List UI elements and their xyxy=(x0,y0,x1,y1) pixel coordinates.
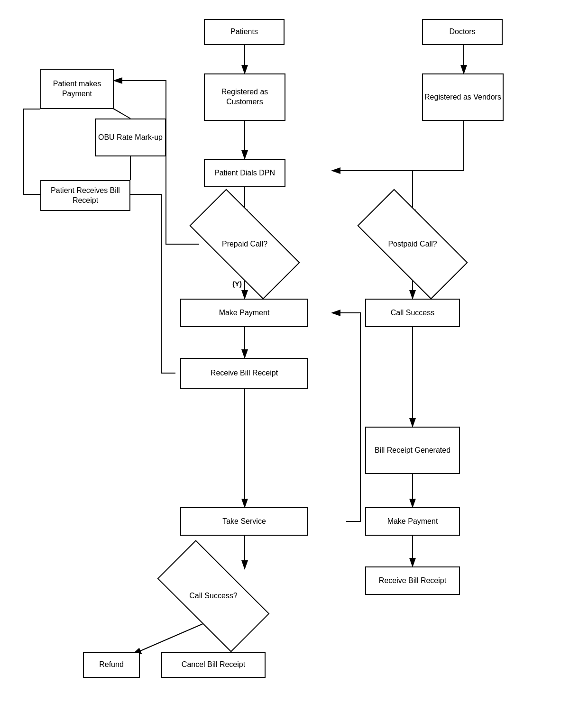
take-service-label: Take Service xyxy=(222,517,266,527)
receive-bill-receipt-right-label: Receive Bill Receipt xyxy=(379,576,446,586)
receive-bill-receipt-right-node: Receive Bill Receipt xyxy=(365,566,460,595)
patients-node: Patients xyxy=(204,19,285,45)
reg-customers-node: Registered as Customers xyxy=(204,73,285,121)
receive-bill-receipt-center-label: Receive Bill Receipt xyxy=(211,368,278,378)
flowchart: Patients Doctors Registered as Customers… xyxy=(0,0,588,712)
reg-vendors-label: Registered as Vendors xyxy=(424,92,501,102)
postpaid-call-diamond: Postpaid Call? xyxy=(360,218,465,270)
prepaid-call-diamond: Prepaid Call? xyxy=(193,218,297,270)
cancel-bill-receipt-node: Cancel Bill Receipt xyxy=(161,652,266,678)
make-payment-left-node: Make Payment xyxy=(180,299,308,327)
call-success-diamond-label: Call Success? xyxy=(189,591,237,601)
reg-vendors-node: Registered as Vendors xyxy=(422,73,504,121)
refund-label: Refund xyxy=(99,660,124,670)
call-success-right-node: Call Success xyxy=(365,299,460,327)
reg-customers-label: Registered as Customers xyxy=(205,87,285,107)
bill-receipt-generated-label: Bill Receipt Generated xyxy=(375,446,450,456)
patient-makes-payment-node: Patient makes Payment xyxy=(40,69,114,109)
obu-rate-node: OBU Rate Mark-up xyxy=(95,119,166,156)
doctors-node: Doctors xyxy=(422,19,503,45)
bill-receipt-generated-node: Bill Receipt Generated xyxy=(365,427,460,474)
call-success-right-label: Call Success xyxy=(391,308,434,318)
patient-dials-node: Patient Dials DPN xyxy=(204,159,285,187)
patient-dials-label: Patient Dials DPN xyxy=(214,168,275,178)
make-payment-right-node: Make Payment xyxy=(365,507,460,536)
patient-receives-node: Patient Receives Bill Receipt xyxy=(40,180,130,211)
svg-line-13 xyxy=(133,623,204,654)
patient-makes-payment-label: Patient makes Payment xyxy=(41,79,113,99)
call-success-diamond: Call Success? xyxy=(161,569,266,623)
receive-bill-receipt-center-node: Receive Bill Receipt xyxy=(180,358,308,389)
patient-receives-label: Patient Receives Bill Receipt xyxy=(41,186,129,206)
make-payment-left-label: Make Payment xyxy=(219,308,270,318)
obu-rate-label: OBU Rate Mark-up xyxy=(98,133,163,143)
postpaid-call-label: Postpaid Call? xyxy=(388,239,437,249)
prepaid-call-label: Prepaid Call? xyxy=(222,239,267,249)
doctors-label: Doctors xyxy=(449,27,475,37)
take-service-node: Take Service xyxy=(180,507,308,536)
patients-label: Patients xyxy=(230,27,258,37)
y-label: (Y) xyxy=(232,280,242,288)
make-payment-right-label: Make Payment xyxy=(387,517,438,527)
refund-node: Refund xyxy=(83,652,140,678)
cancel-bill-receipt-label: Cancel Bill Receipt xyxy=(182,660,245,670)
